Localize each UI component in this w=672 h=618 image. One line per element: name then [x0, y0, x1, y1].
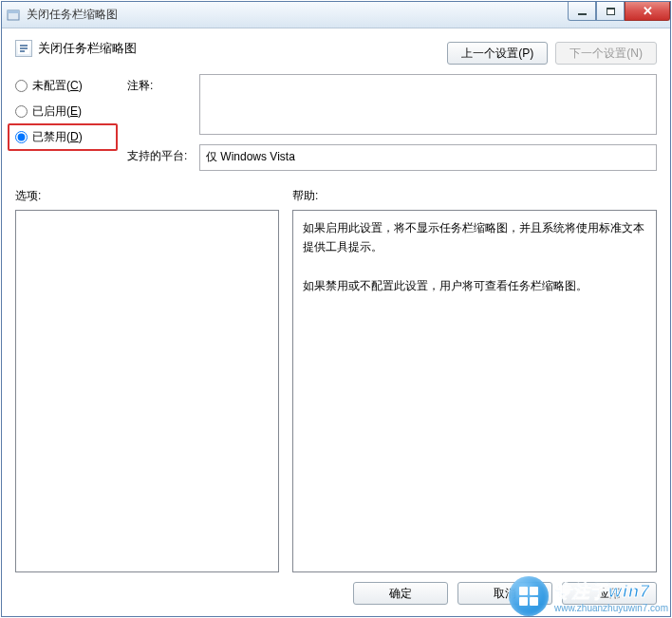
radio-enabled-input[interactable]	[15, 105, 28, 118]
minimize-button[interactable]	[568, 2, 596, 21]
supported-platform: 仅 Windows Vista	[199, 144, 657, 171]
policy-icon	[15, 40, 32, 57]
svg-rect-4	[20, 47, 28, 49]
platform-label: 支持的平台:	[127, 144, 190, 171]
radio-not-configured[interactable]: 未配置(C)	[15, 78, 110, 94]
config-row: 未配置(C) 已启用(E) 已禁用(D) 注释: 支持的平台:	[15, 74, 657, 171]
close-button[interactable]: ✕	[625, 2, 670, 21]
next-setting-button: 下一个设置(N)	[555, 42, 657, 65]
dialog-window: 关闭任务栏缩略图 ✕ 关闭任务栏缩略图 上一个设置(P) 下一个设置(N)	[1, 1, 671, 617]
app-icon	[6, 8, 21, 23]
radio-enabled[interactable]: 已启用(E)	[15, 103, 110, 120]
window-title: 关闭任务栏缩略图	[27, 7, 118, 23]
close-icon: ✕	[643, 4, 653, 18]
window-controls: ✕	[568, 2, 670, 21]
radio-not-configured-input[interactable]	[15, 80, 28, 92]
prev-setting-button[interactable]: 上一个设置(P)	[447, 42, 548, 65]
ok-button[interactable]: 确定	[353, 582, 448, 605]
help-panel[interactable]: 如果启用此设置，将不显示任务栏缩略图，并且系统将使用标准文本提供工具提示。 如果…	[292, 210, 657, 572]
svg-rect-5	[20, 50, 25, 52]
state-radio-group: 未配置(C) 已启用(E) 已禁用(D)	[15, 74, 110, 145]
svg-rect-1	[8, 10, 19, 13]
maximize-button[interactable]	[596, 2, 625, 21]
help-label: 帮助:	[292, 188, 657, 204]
svg-rect-3	[20, 45, 28, 47]
cancel-button[interactable]: 取消	[457, 582, 552, 605]
comment-label: 注释:	[127, 74, 190, 135]
options-panel	[15, 210, 279, 572]
header-row: 关闭任务栏缩略图 上一个设置(P) 下一个设置(N)	[15, 40, 657, 65]
radio-disabled-input[interactable]	[15, 131, 28, 143]
page-title: 关闭任务栏缩略图	[38, 40, 137, 57]
columns: 选项: 帮助: 如果启用此设置，将不显示任务栏缩略图，并且系统将使用标准文本提供…	[15, 188, 657, 572]
comment-textarea[interactable]	[199, 74, 657, 135]
help-text-2: 如果禁用或不配置此设置，用户将可查看任务栏缩略图。	[303, 276, 646, 295]
action-row: 确定 取消 应用	[15, 572, 657, 605]
client-area: 关闭任务栏缩略图 上一个设置(P) 下一个设置(N) 未配置(C) 已启用(E)	[2, 28, 670, 616]
apply-button[interactable]: 应用	[562, 582, 657, 605]
titlebar[interactable]: 关闭任务栏缩略图 ✕	[2, 2, 670, 28]
radio-disabled[interactable]: 已禁用(D)	[8, 123, 118, 151]
options-label: 选项:	[15, 188, 279, 204]
help-text-1: 如果启用此设置，将不显示任务栏缩略图，并且系统将使用标准文本提供工具提示。	[303, 218, 646, 257]
